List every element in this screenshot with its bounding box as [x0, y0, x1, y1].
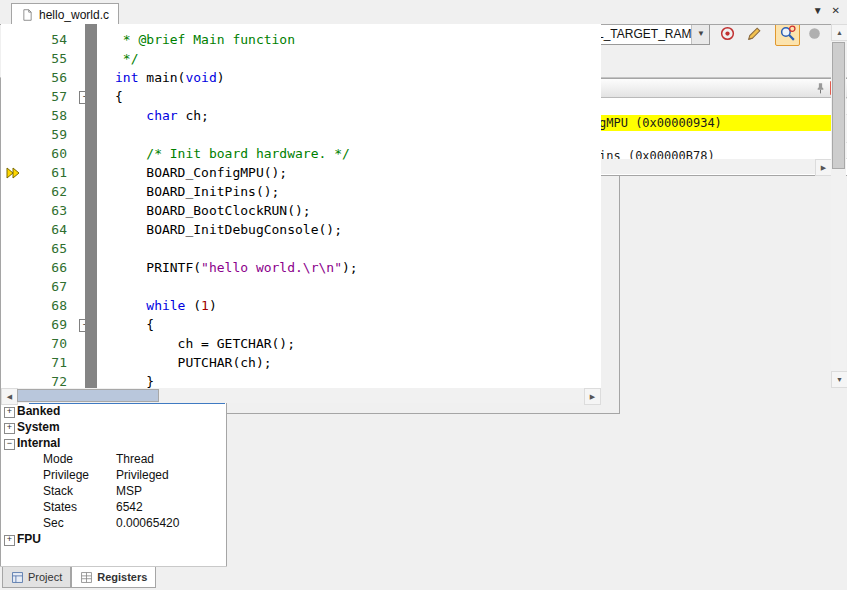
scroll-down-icon[interactable]: ▼: [831, 371, 847, 388]
code-text: {: [95, 315, 154, 334]
code-text: BOARD_InitPins();: [95, 182, 279, 201]
editor-tab-bar: hello_world.c ▼ ✕: [0, 0, 847, 25]
line-number: 54: [1, 30, 77, 49]
chevron-down-icon[interactable]: ▼: [813, 5, 823, 16]
line-number: 72: [1, 372, 77, 388]
scroll-left-icon[interactable]: ◀: [1, 388, 18, 405]
line-number: 64: [1, 220, 77, 239]
line-number: 68: [1, 296, 77, 315]
scroll-up-icon[interactable]: ▲: [831, 24, 847, 41]
register-value: 0.00065420: [116, 516, 179, 531]
code-text: ch = GETCHAR();: [95, 334, 295, 353]
register-value: Thread: [116, 452, 154, 467]
register-row-states[interactable]: States6542: [1, 500, 226, 516]
code-text: PUTCHAR(ch);: [95, 353, 272, 372]
scrollbar-corner: [831, 388, 846, 403]
line-number: 69: [1, 315, 77, 334]
line-number: 71: [1, 353, 77, 372]
register-row-sec[interactable]: Sec0.00065420: [1, 516, 226, 532]
line-number: 57: [1, 87, 77, 106]
expand-icon[interactable]: +: [4, 423, 15, 434]
file-icon: [21, 8, 34, 22]
code-text: [95, 125, 115, 144]
tab-label: Registers: [97, 571, 147, 583]
editor-vertical-scrollbar[interactable]: ▲ ▼: [831, 24, 846, 388]
editor-margin-strip: [85, 24, 97, 388]
register-row-internal[interactable]: −Internal: [1, 436, 226, 452]
line-number: 55: [1, 49, 77, 68]
line-number: 62: [1, 182, 77, 201]
register-value: MSP: [116, 484, 142, 499]
register-name: FPU: [17, 532, 41, 547]
line-number: 66: [1, 258, 77, 277]
code-text: char ch;: [95, 106, 209, 125]
code-text: BOARD_InitDebugConsole();: [95, 220, 342, 239]
code-text: PRINTF("hello world.\r\n");: [95, 258, 358, 277]
tab-bar-controls: ▼ ✕: [813, 5, 840, 16]
code-text: BOARD_ConfigMPU();: [95, 163, 287, 182]
line-number: 60: [1, 144, 77, 163]
scroll-right-icon[interactable]: ▶: [584, 388, 601, 405]
collapse-icon[interactable]: −: [4, 439, 15, 450]
line-number: 70: [1, 334, 77, 353]
register-name: Stack: [43, 484, 73, 499]
code-text: BOARD_BootClockRUN();: [95, 201, 311, 220]
register-name: Internal: [17, 436, 60, 451]
scrollbar-thumb[interactable]: [832, 42, 845, 169]
line-number: 56: [1, 68, 77, 87]
tab-hello-world-c[interactable]: hello_world.c: [11, 3, 119, 25]
project-tab-icon: [11, 571, 24, 584]
register-row-fpu[interactable]: +FPU: [1, 532, 226, 548]
ide-window: FileEditViewProjectFlashDebugPeripherals…: [0, 0, 847, 590]
code-text: [95, 239, 115, 258]
close-icon[interactable]: ✕: [832, 5, 840, 16]
code-text: {: [95, 87, 123, 106]
code-text: [95, 277, 115, 296]
editor-horizontal-scrollbar[interactable]: ◀ ▶: [1, 388, 601, 403]
code-text: int main(void): [95, 68, 225, 87]
line-number: 63: [1, 201, 77, 220]
expand-icon[interactable]: +: [4, 535, 15, 546]
execution-arrow-icon: [5, 166, 22, 180]
workspace-tab-project[interactable]: Project: [2, 567, 71, 588]
target-select[interactable]: BL_TARGET_RAM▼: [583, 23, 710, 45]
tab-label: Project: [28, 571, 62, 583]
workspace-tab-registers[interactable]: Registers: [71, 567, 156, 588]
register-name: States: [43, 500, 77, 515]
code-text: /* Init board hardware. */: [95, 144, 350, 163]
register-row-stack[interactable]: StackMSP: [1, 484, 226, 500]
register-row-privilege[interactable]: PrivilegePrivileged: [1, 468, 226, 484]
register-name: Privilege: [43, 468, 89, 483]
pin-icon[interactable]: [813, 81, 828, 95]
register-row-banked[interactable]: +Banked: [1, 404, 226, 420]
scroll-right-icon[interactable]: ▶: [815, 159, 832, 176]
register-name: Mode: [43, 452, 73, 467]
line-number: 67: [1, 277, 77, 296]
scrollbar-thumb[interactable]: [17, 389, 159, 402]
line-number: 65: [1, 239, 77, 258]
expand-icon[interactable]: +: [4, 407, 15, 418]
register-row-mode[interactable]: ModeThread: [1, 452, 226, 468]
code-text: */: [95, 49, 138, 68]
register-name: Sec: [43, 516, 64, 531]
tab-label: hello_world.c: [39, 8, 109, 22]
line-number: 58: [1, 106, 77, 125]
register-row-system[interactable]: +System: [1, 420, 226, 436]
register-name: System: [17, 420, 60, 435]
line-number: 59: [1, 125, 77, 144]
register-name: Banked: [17, 404, 60, 419]
workspace-tab-bar: ProjectRegisters: [0, 566, 227, 590]
code-editor[interactable]: 54 * @brief Main function55 */56int main…: [1, 24, 601, 388]
code-text: * @brief Main function: [95, 30, 295, 49]
register-value: 6542: [116, 500, 143, 515]
code-text: while (1): [95, 296, 217, 315]
registers-tab-icon: [80, 571, 93, 584]
code-text: }: [95, 372, 154, 388]
register-value: Privileged: [116, 468, 169, 483]
editor-panel: hello_world.c ▼ ✕ 54 * @brief Main funct…: [0, 0, 620, 414]
chevron-down-icon[interactable]: ▼: [691, 24, 709, 44]
